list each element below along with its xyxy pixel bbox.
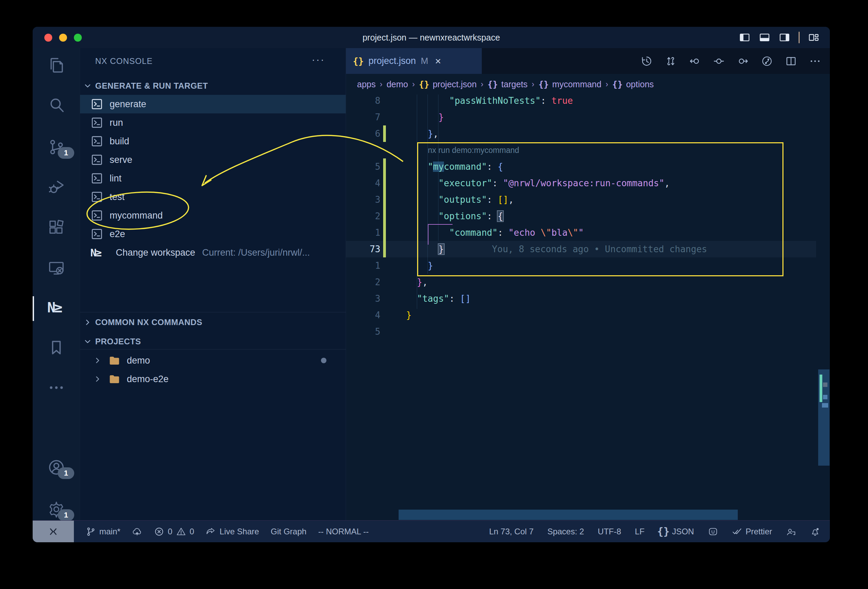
status-contact[interactable] [786,527,796,537]
breadcrumb: apps›demo›{}project.json›{}targets›{}myc… [346,74,830,94]
status-notifications[interactable] [810,527,820,537]
activity-remote-explorer[interactable] [32,251,80,285]
breadcrumb-demo[interactable]: demo [387,80,408,89]
status-remote-indicator[interactable] [32,521,74,542]
more-actions-icon[interactable] [809,55,821,67]
previous-change-icon[interactable] [689,55,701,67]
chevron-right-icon [93,375,103,384]
breadcrumb-separator: › [531,80,534,89]
run-and-debug-icon [47,178,65,196]
status-cursor-position[interactable]: Ln 73, Col 7 [489,527,533,536]
target-item-e2e[interactable]: e2e [80,225,346,243]
breadcrumb-apps[interactable]: apps [357,80,376,89]
editor-toolbar [641,48,821,74]
section-generate-run-target[interactable]: GENERATE & RUN TARGET [80,77,346,95]
status-git-graph[interactable]: Git Graph [271,527,307,536]
titlebar[interactable]: project.json — newnxreactwrkspace [32,27,830,48]
breadcrumb-mycommand[interactable]: {}mycommand [539,80,601,89]
target-item-build[interactable]: build [80,132,346,151]
status-problems[interactable]: 00 [154,527,194,537]
git-graph-icon[interactable] [761,55,773,67]
nx-logo-icon: N≥ [90,247,109,259]
horizontal-scrollbar[interactable] [399,509,738,520]
breadcrumb-project.json[interactable]: {}project.json [419,80,477,89]
breadcrumb-separator: › [481,80,483,89]
line-number: 7 [346,109,380,125]
timeline-icon[interactable] [641,55,652,67]
vscode-window: project.json — newnxreactwrkspace 1N≥11 … [32,27,830,542]
activity-more-views[interactable] [32,371,80,404]
remote-icon [48,527,58,537]
customize-layout-icon[interactable] [808,32,819,43]
activity-extensions[interactable] [32,211,80,244]
explorer-icon [47,56,65,74]
status-eol[interactable]: LF [635,527,645,536]
section-projects[interactable]: PROJECTS [80,333,346,350]
target-item-serve[interactable]: serve [80,151,346,169]
status-feedback[interactable] [708,527,718,537]
target-item-run[interactable]: run [80,114,346,132]
line-number: 8 [346,94,380,109]
status-sync-changes[interactable] [132,527,142,537]
sidebar-more-actions-icon[interactable]: ··· [311,54,325,65]
next-change-icon[interactable] [737,55,749,67]
project-item-demo-e2e[interactable]: demo-e2e [80,370,346,388]
section-common-nx-commands[interactable]: COMMON NX COMMANDS [80,313,346,331]
status-formatter[interactable]: Prettier [732,527,772,537]
terminal-icon [90,116,103,129]
activity-accounts[interactable]: 1 [32,451,80,484]
badge: 1 [58,147,74,159]
current-change-icon[interactable] [713,55,725,67]
activity-source-control[interactable]: 1 [32,131,80,164]
split-editor-icon[interactable] [785,55,797,67]
breadcrumb-separator: › [380,80,382,89]
activity-run-and-debug[interactable] [32,170,80,204]
toggle-secondary-sidebar-icon[interactable] [779,32,790,43]
warning-icon [176,527,186,537]
json-file-icon: {} [353,56,363,66]
braces-icon: {} [419,80,429,89]
breadcrumb-options[interactable]: {}options [612,80,654,89]
target-item-mycommand[interactable]: mycommand [80,206,346,225]
close-tab-icon[interactable]: × [435,55,441,67]
change-workspace-item[interactable]: N≥Change workspaceCurrent: /Users/juri/n… [80,243,346,262]
line-number: 4 [346,175,380,191]
status-indentation[interactable]: Spaces: 2 [548,527,584,536]
status-live-share[interactable]: Live Share [206,527,259,537]
status-encoding[interactable]: UTF-8 [598,527,621,536]
breadcrumb-targets[interactable]: {}targets [488,80,528,89]
status-vim-mode[interactable]: -- NORMAL -- [318,527,369,536]
toggle-panel-icon[interactable] [759,32,771,43]
terminal-icon [90,172,103,185]
sidebar-nx-console: NX CONSOLE ··· GENERATE & RUN TARGETgene… [80,48,346,520]
code-line: 4} [346,307,830,323]
activity-nx-console[interactable]: N≥ [32,292,80,325]
project-item-demo[interactable]: demo [80,351,346,370]
compare-changes-icon[interactable] [665,55,677,67]
tab-project-json[interactable]: {} project.json M × [346,48,482,74]
search-icon [47,96,65,114]
activity-explorer[interactable] [32,49,80,82]
target-item-lint[interactable]: lint [80,169,346,187]
overview-ruler-mark [823,382,827,387]
status-bar: main*00Live ShareGit Graph-- NORMAL -- L… [32,520,830,542]
zoom-window-button[interactable] [74,34,82,41]
target-item-generate[interactable]: generate [80,95,346,114]
activity-bookmarks[interactable] [32,331,80,364]
chevron-down-icon [80,81,95,90]
sync-changes-icon [132,527,142,537]
status-language-mode[interactable]: {}JSON [658,527,694,537]
target-item-test[interactable]: test [80,187,346,206]
terminal-icon [90,97,103,111]
status-git-branch[interactable]: main* [86,527,120,537]
minimize-window-button[interactable] [59,34,67,41]
code-editor[interactable]: 8 "passWithNoTests": true7 }6 },nx run d… [346,94,830,520]
problems-icon [154,527,164,537]
window-title: project.json — newnxreactwrkspace [32,32,830,43]
formatter-icon [732,527,742,537]
activity-search[interactable] [32,89,80,122]
toggle-primary-sidebar-icon[interactable] [739,32,750,43]
terminal-icon [90,190,103,204]
line-number: 2 [346,274,380,290]
close-window-button[interactable] [44,34,52,41]
